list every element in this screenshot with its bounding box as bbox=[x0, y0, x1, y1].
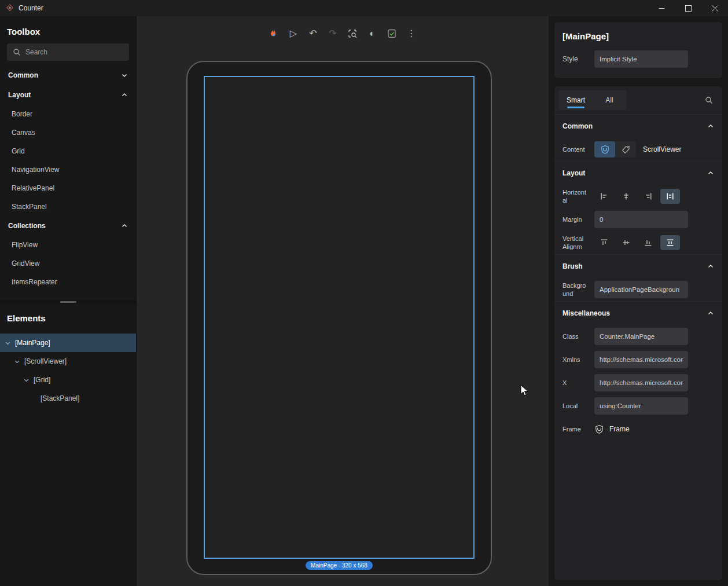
hot-reload-flame-icon[interactable] bbox=[266, 25, 282, 42]
toolbox-item-gridview[interactable]: GridView bbox=[0, 254, 136, 273]
section-common-header[interactable]: Common bbox=[554, 115, 722, 138]
align-middle-icon bbox=[622, 239, 630, 247]
undo-button[interactable]: ↶ bbox=[305, 25, 321, 42]
toolbox-item-flipview[interactable]: FlipView bbox=[0, 236, 136, 254]
play-button[interactable]: ▷ bbox=[285, 25, 302, 42]
toolbox-item-canvas[interactable]: Canvas bbox=[0, 123, 136, 142]
style-input[interactable] bbox=[594, 50, 688, 68]
titlebar: Counter bbox=[0, 0, 728, 16]
class-input[interactable] bbox=[594, 328, 688, 345]
binding-tag-button[interactable] bbox=[615, 141, 636, 158]
element-tree-item-label: [MainPage] bbox=[15, 339, 50, 347]
chevron-up-icon bbox=[707, 123, 714, 130]
panel-splitter[interactable] bbox=[0, 300, 136, 304]
align-stretch-vertical-button[interactable] bbox=[660, 235, 680, 250]
toolbox-section-common-label: Common bbox=[8, 71, 38, 79]
shield-icon bbox=[594, 424, 604, 434]
selected-element-card: [MainPage] Style bbox=[554, 22, 722, 78]
x-input[interactable] bbox=[594, 374, 688, 391]
element-tree-item-stackpanel[interactable]: [StackPanel] bbox=[0, 389, 136, 408]
horizontal-alignment-group bbox=[594, 189, 680, 204]
align-middle-button[interactable] bbox=[616, 235, 636, 250]
toolbox-section-collections[interactable]: Collections bbox=[0, 216, 136, 236]
search-icon bbox=[13, 48, 21, 56]
align-center-button[interactable] bbox=[616, 189, 636, 204]
selected-element-title: [MainPage] bbox=[562, 31, 714, 41]
chevron-up-icon bbox=[121, 222, 128, 229]
theme-toggle-button[interactable]: ◐ bbox=[364, 25, 380, 42]
element-tree-item-label: [StackPanel] bbox=[41, 394, 79, 402]
design-canvas[interactable]: ▷ ↶ ↷ ◐ ⋮ MainPage - 320 x 568 bbox=[137, 16, 549, 586]
frame-label: Frame bbox=[562, 425, 587, 433]
shield-icon bbox=[600, 145, 610, 155]
toolbox-item-relativepanel[interactable]: RelativePanel bbox=[0, 179, 136, 197]
element-tree-item-grid[interactable]: [Grid] bbox=[0, 371, 136, 389]
toolbox-item-navigationview[interactable]: NavigationView bbox=[0, 160, 136, 179]
window-controls bbox=[648, 0, 728, 16]
align-stretch-button[interactable] bbox=[660, 189, 680, 204]
close-button[interactable] bbox=[701, 0, 728, 16]
section-brush-header[interactable]: Brush bbox=[554, 255, 722, 278]
toolbox-item-border[interactable]: Border bbox=[0, 105, 136, 123]
section-brush-title: Brush bbox=[562, 262, 583, 270]
search-icon bbox=[705, 96, 713, 104]
toolbox-search[interactable] bbox=[7, 43, 129, 61]
frame-value[interactable]: Frame bbox=[609, 425, 630, 433]
redo-button[interactable]: ↷ bbox=[325, 25, 341, 42]
properties-search-button[interactable] bbox=[700, 96, 718, 104]
section-layout: Layout Horizontal Margin bbox=[554, 161, 722, 254]
toolbox-title: Toolbox bbox=[0, 27, 136, 36]
align-left-button[interactable] bbox=[594, 189, 614, 204]
toolbox-section-layout-label: Layout bbox=[8, 91, 31, 99]
element-inspect-button[interactable] bbox=[344, 25, 361, 42]
validation-button[interactable] bbox=[384, 25, 400, 42]
toolbox-item-itemsrepeater[interactable]: ItemsRepeater bbox=[0, 273, 136, 291]
toolbox-section-layout[interactable]: Layout bbox=[0, 85, 136, 105]
toolbox-item-grid[interactable]: Grid bbox=[0, 142, 136, 160]
align-right-button[interactable] bbox=[638, 189, 658, 204]
chevron-up-icon bbox=[707, 310, 714, 317]
class-row: Class bbox=[554, 325, 722, 348]
toolbox-item-stackpanel[interactable]: StackPanel bbox=[0, 197, 136, 216]
more-options-icon: ⋮ bbox=[407, 29, 416, 38]
chevron-down-icon[interactable] bbox=[5, 340, 11, 346]
maximize-button[interactable] bbox=[675, 0, 701, 16]
window-title: Counter bbox=[19, 4, 43, 12]
mainpage-design-surface[interactable] bbox=[204, 76, 475, 559]
xmlns-input[interactable] bbox=[594, 351, 688, 368]
theme-toggle-icon: ◐ bbox=[369, 29, 375, 38]
local-row: Local bbox=[554, 394, 722, 417]
toolbox-section-common[interactable]: Common bbox=[0, 65, 136, 85]
vertical-alignment-row: Vertical Alignm bbox=[554, 231, 722, 254]
element-inspect-icon bbox=[348, 29, 357, 38]
section-layout-header[interactable]: Layout bbox=[554, 162, 722, 185]
align-top-button[interactable] bbox=[594, 235, 614, 250]
tab-all[interactable]: All bbox=[593, 90, 626, 110]
toolbox-panel: Toolbox Common Layout Border Canvas Grid… bbox=[0, 16, 136, 300]
vertical-alignment-group bbox=[594, 235, 680, 250]
minimize-button[interactable] bbox=[648, 0, 675, 16]
background-input[interactable] bbox=[594, 281, 688, 298]
horizontal-alignment-row: Horizontal bbox=[554, 185, 722, 208]
element-tree-item-scrollviewer[interactable]: [ScrollViewer] bbox=[0, 352, 136, 371]
left-sidebar: Toolbox Common Layout Border Canvas Grid… bbox=[0, 16, 137, 586]
content-value[interactable]: ScrollViewer bbox=[643, 145, 681, 153]
chevron-down-icon[interactable] bbox=[14, 358, 20, 365]
section-miscellaneous-header[interactable]: Miscellaneous bbox=[554, 302, 722, 325]
align-bottom-button[interactable] bbox=[638, 235, 658, 250]
section-layout-title: Layout bbox=[562, 169, 585, 177]
element-tree: [MainPage] [ScrollViewer] [Grid] [StackP… bbox=[0, 334, 136, 408]
tab-smart[interactable]: Smart bbox=[559, 90, 593, 110]
chevron-down-icon[interactable] bbox=[23, 377, 30, 383]
uno-element-button[interactable] bbox=[594, 141, 615, 158]
margin-input[interactable] bbox=[594, 211, 688, 228]
more-options-button[interactable]: ⋮ bbox=[403, 25, 420, 42]
element-tree-item-mainpage[interactable]: [MainPage] bbox=[0, 334, 136, 352]
app-window: Counter Toolbox Common Layout bbox=[0, 0, 728, 586]
margin-row: Margin bbox=[554, 208, 722, 231]
section-brush: Brush Background bbox=[554, 254, 722, 301]
search-input[interactable] bbox=[25, 48, 123, 56]
local-input[interactable] bbox=[594, 397, 688, 415]
chevron-up-icon bbox=[707, 263, 714, 270]
chevron-up-icon bbox=[707, 170, 714, 177]
